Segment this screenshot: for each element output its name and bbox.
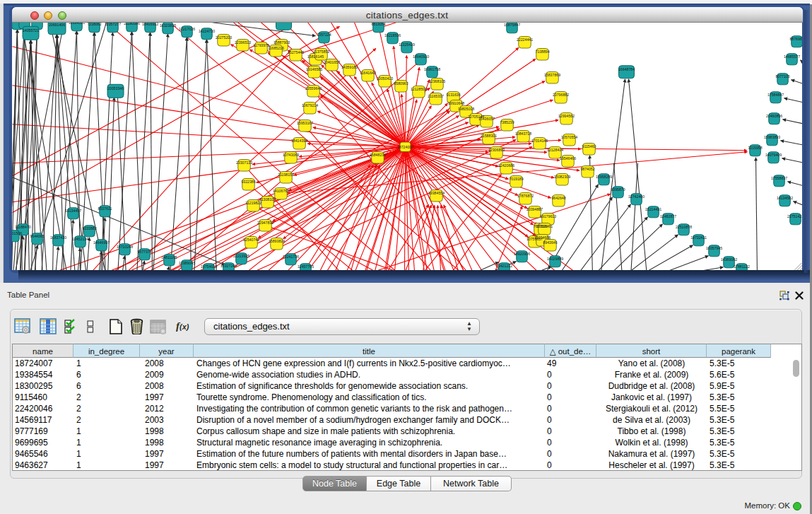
- svg-text:14079409: 14079409: [765, 153, 781, 157]
- svg-text:14359183: 14359183: [341, 65, 357, 69]
- svg-text:14224730: 14224730: [198, 29, 214, 33]
- svg-text:15034686: 15034686: [534, 235, 550, 240]
- svg-text:15816145: 15816145: [307, 54, 323, 59]
- svg-text:19384554: 19384554: [428, 191, 444, 195]
- svg-text:13452134: 13452134: [71, 237, 88, 241]
- svg-text:16334531: 16334531: [68, 23, 84, 25]
- svg-text:19754919: 19754919: [200, 264, 216, 269]
- svg-text:17014145: 17014145: [531, 139, 547, 143]
- svg-text:23307133: 23307133: [235, 160, 252, 165]
- svg-text:8943646: 8943646: [543, 240, 557, 245]
- svg-text:16327246: 16327246: [220, 264, 236, 268]
- svg-text:15875847: 15875847: [503, 23, 519, 27]
- svg-text:14811165: 14811165: [161, 255, 177, 259]
- svg-text:8813054: 8813054: [371, 23, 385, 26]
- svg-text:7218062: 7218062: [87, 23, 101, 26]
- svg-text:15953167: 15953167: [296, 121, 312, 125]
- svg-text:19134457: 19134457: [64, 209, 81, 213]
- svg-text:16961758: 16961758: [423, 67, 440, 71]
- svg-text:19546466: 19546466: [559, 156, 575, 160]
- svg-text:16648784: 16648784: [618, 67, 634, 71]
- svg-text:12217026: 12217026: [178, 27, 194, 31]
- svg-text:15436057: 15436057: [478, 117, 494, 121]
- svg-text:21375853: 21375853: [312, 49, 329, 54]
- svg-text:21588301: 21588301: [480, 134, 496, 138]
- svg-text:7385239: 7385239: [500, 120, 514, 124]
- svg-text:9677374: 9677374: [137, 250, 151, 254]
- svg-text:16710248: 16710248: [116, 245, 132, 249]
- svg-text:19732411: 19732411: [690, 235, 707, 240]
- svg-text:19218506: 19218506: [384, 33, 400, 37]
- svg-text:20460856: 20460856: [765, 114, 782, 118]
- svg-text:19179613: 19179613: [539, 214, 555, 218]
- svg-text:18640910: 18640910: [412, 54, 428, 59]
- svg-text:11325419: 11325419: [399, 42, 415, 47]
- svg-text:16323815: 16323815: [159, 23, 175, 28]
- svg-text:9333883: 9333883: [82, 226, 96, 230]
- svg-text:10570554: 10570554: [560, 135, 577, 139]
- svg-text:21180586: 21180586: [124, 23, 140, 25]
- svg-text:22510878: 22510878: [675, 225, 691, 229]
- svg-text:14055721: 14055721: [22, 28, 38, 33]
- svg-text:22947830: 22947830: [257, 221, 273, 225]
- svg-text:17881122: 17881122: [734, 264, 750, 269]
- svg-text:10743069: 10743069: [282, 153, 298, 157]
- svg-text:14369062: 14369062: [720, 257, 736, 262]
- svg-text:21076749: 21076749: [28, 23, 45, 23]
- svg-text:12357277: 12357277: [104, 23, 120, 26]
- svg-text:21165337: 21165337: [428, 94, 444, 98]
- svg-text:10679214: 10679214: [301, 103, 317, 107]
- svg-text:9395870: 9395870: [611, 187, 625, 192]
- svg-text:17558837: 17558837: [770, 176, 787, 180]
- svg-text:12540741: 12540741: [242, 238, 259, 242]
- svg-text:12128434: 12128434: [546, 148, 563, 152]
- svg-text:19910648: 19910648: [447, 101, 464, 105]
- svg-text:15958289: 15958289: [595, 175, 611, 179]
- svg-text:12128503: 12128503: [410, 87, 426, 91]
- svg-text:16033809: 16033809: [275, 23, 291, 23]
- svg-text:17318461: 17318461: [536, 224, 552, 228]
- svg-text:15837869: 15837869: [543, 73, 560, 77]
- svg-text:23559643: 23559643: [305, 86, 321, 90]
- svg-text:19421212: 19421212: [495, 264, 512, 268]
- svg-text:23394887: 23394887: [526, 207, 542, 211]
- svg-text:19146585: 19146585: [305, 67, 322, 71]
- svg-text:14106768: 14106768: [272, 189, 288, 193]
- svg-text:15887903: 15887903: [273, 40, 289, 45]
- svg-text:19241736: 19241736: [282, 255, 298, 259]
- svg-text:22396513: 22396513: [234, 40, 250, 45]
- svg-text:11793975: 11793975: [253, 43, 269, 47]
- svg-text:18724007: 18724007: [396, 144, 413, 148]
- svg-text:15983893: 15983893: [763, 135, 779, 139]
- svg-text:15893824: 15893824: [268, 239, 284, 243]
- svg-text:14029889: 14029889: [546, 257, 563, 261]
- svg-text:16848230: 16848230: [369, 153, 385, 157]
- svg-text:19805018: 19805018: [457, 107, 473, 111]
- svg-text:8537611: 8537611: [98, 206, 112, 211]
- svg-text:17584847: 17584847: [767, 93, 783, 97]
- svg-text:14685577: 14685577: [783, 54, 799, 59]
- svg-text:11188470: 11188470: [15, 225, 30, 229]
- svg-text:11685216: 11685216: [268, 46, 284, 50]
- svg-text:17876872: 17876872: [517, 194, 533, 198]
- svg-text:14646997: 14646997: [93, 240, 109, 245]
- svg-text:18414394: 18414394: [290, 139, 307, 143]
- svg-text:10843718: 10843718: [514, 132, 531, 136]
- svg-text:9131636: 9131636: [446, 93, 460, 97]
- svg-text:16057945: 16057945: [705, 246, 722, 250]
- svg-text:3215958: 3215958: [748, 146, 762, 150]
- svg-text:20275203: 20275203: [215, 35, 231, 40]
- svg-text:10050413: 10050413: [376, 76, 392, 81]
- svg-text:9322386: 9322386: [241, 180, 255, 184]
- svg-text:20691406: 20691406: [48, 23, 64, 27]
- svg-text:8876966: 8876966: [789, 37, 802, 41]
- svg-text:15214491: 15214491: [645, 207, 661, 211]
- svg-text:23751421: 23751421: [787, 214, 801, 218]
- svg-text:12306893: 12306893: [488, 148, 504, 152]
- svg-text:15275445: 15275445: [287, 50, 303, 54]
- svg-text:14134562: 14134562: [776, 196, 792, 200]
- svg-text:12994562: 12994562: [558, 114, 574, 118]
- svg-text:9642648: 9642648: [551, 196, 565, 200]
- svg-text:20401657: 20401657: [323, 60, 339, 64]
- svg-text:7019189: 7019189: [509, 177, 523, 181]
